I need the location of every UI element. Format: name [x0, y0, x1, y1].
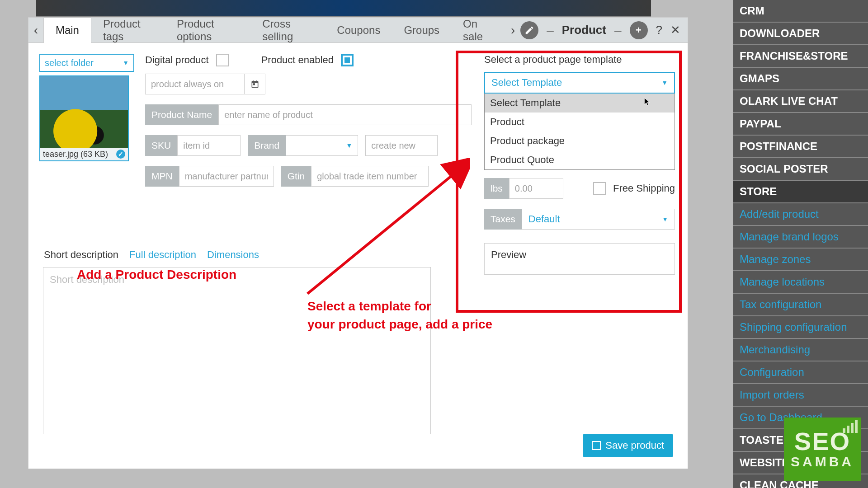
sidebar-link-manage-locations[interactable]: Manage locations: [733, 271, 868, 294]
sidebar-item-gmaps[interactable]: GMAPS: [733, 68, 868, 90]
preview-label: Preview: [491, 249, 526, 260]
row-mpn-gtin: MPN Gtin: [145, 166, 472, 187]
dash-separator-2: –: [614, 23, 622, 38]
row-weight-ship: lbs Free Shipping: [484, 178, 675, 199]
logo-text-samba: SAMBA: [791, 454, 854, 469]
tab-coupons[interactable]: Coupons: [325, 18, 392, 43]
row-taxes: Taxes Default ▼: [484, 209, 675, 230]
check-icon: ✓: [116, 150, 125, 159]
desc-tab-short[interactable]: Short description: [43, 247, 119, 263]
brand-label: Brand: [248, 135, 286, 156]
sku-label: SKU: [145, 135, 177, 156]
desc-tab-dimensions[interactable]: Dimensions: [206, 247, 260, 263]
gtin-input[interactable]: [311, 166, 429, 187]
tab-bar: ‹ Main Product tags Product options Cros…: [28, 18, 688, 43]
tab-on-sale[interactable]: On sale: [451, 18, 505, 43]
close-icon[interactable]: ✕: [670, 23, 680, 37]
brand-select[interactable]: ▼: [286, 135, 358, 156]
logo-text-seo: SEO: [794, 429, 850, 454]
taxes-select-value: Default: [528, 213, 560, 225]
template-option[interactable]: Select Template: [485, 94, 675, 113]
template-option[interactable]: Product: [485, 113, 675, 131]
chevron-down-icon: ▼: [123, 59, 129, 66]
always-on-input[interactable]: [145, 74, 245, 94]
digital-product-label: Digital product: [145, 54, 209, 66]
dash-separator: –: [547, 23, 554, 38]
chevron-down-icon: ▼: [346, 142, 352, 149]
sidebar-link-configuration[interactable]: Configuration: [733, 361, 868, 384]
description-tabs: Short description Full description Dimen…: [39, 247, 434, 263]
description-placeholder: Short description: [50, 274, 124, 285]
sidebar-item-postfinance[interactable]: POSTFINANCE: [733, 136, 868, 158]
tab-groups[interactable]: Groups: [392, 18, 451, 43]
row-flags: Digital product Product enabled: [145, 54, 472, 94]
sku-input[interactable]: [177, 135, 241, 156]
product-enabled-checkbox[interactable]: [341, 54, 354, 66]
template-select-value: Select Template: [491, 77, 562, 89]
thumbnail-footer: teaser.jpg (63 KB) ✓: [40, 148, 128, 160]
logo-chart-icon: [843, 420, 858, 433]
sidebar-item-downloader[interactable]: DOWNLOADER: [733, 23, 868, 45]
digital-product-checkbox[interactable]: [216, 54, 229, 66]
save-button-label: Save product: [605, 440, 664, 451]
template-section-label: Select a product page template: [484, 54, 675, 66]
free-shipping-checkbox[interactable]: [593, 182, 606, 195]
tab-product-tags[interactable]: Product tags: [91, 18, 165, 43]
tabs-next-button[interactable]: ›: [505, 18, 520, 43]
taxes-select[interactable]: Default ▼: [522, 209, 675, 230]
template-dropdown-list: Select Template Product Product package …: [484, 94, 675, 170]
sidebar-item-olark[interactable]: OLARK LIVE CHAT: [733, 90, 868, 113]
tab-cross-selling[interactable]: Cross selling: [250, 18, 325, 43]
right-column: Select a product page template Select Te…: [482, 54, 677, 275]
folder-select-label: select folder: [45, 58, 94, 68]
save-icon: [592, 441, 601, 450]
product-editor-panel: ‹ Main Product tags Product options Cros…: [28, 17, 688, 469]
chevron-down-icon: ▼: [662, 216, 668, 223]
seosamba-logo: SEO SAMBA: [784, 418, 861, 481]
mpn-input[interactable]: [179, 166, 274, 187]
description-textarea[interactable]: Short description: [43, 267, 431, 434]
row-product-name: Product Name: [145, 104, 472, 125]
toolbar-right: – Product – + ? ✕: [520, 21, 688, 39]
help-icon[interactable]: ?: [656, 23, 662, 37]
tabs-prev-button[interactable]: ‹: [28, 18, 43, 43]
add-button[interactable]: +: [630, 21, 648, 39]
chevron-down-icon: ▼: [661, 79, 668, 86]
sidebar-item-franchise-store[interactable]: FRANCHISE&STORE: [733, 45, 868, 68]
create-brand-input[interactable]: [365, 135, 438, 156]
preview-box: Preview: [484, 243, 675, 275]
lbs-input[interactable]: [509, 178, 563, 199]
edit-icon[interactable]: [520, 21, 538, 39]
sidebar-header-store[interactable]: STORE: [733, 181, 868, 203]
lbs-label: lbs: [484, 178, 509, 199]
calendar-icon[interactable]: [245, 74, 265, 94]
admin-sidebar: CRM DOWNLOADER FRANCHISE&STORE GMAPS OLA…: [733, 0, 868, 488]
product-enabled-label: Product enabled: [261, 54, 334, 66]
sidebar-link-tax-configuration[interactable]: Tax configuration: [733, 294, 868, 316]
tab-main[interactable]: Main: [43, 18, 91, 43]
sidebar-link-import-orders[interactable]: Import orders: [733, 384, 868, 407]
template-option[interactable]: Product Quote: [485, 150, 675, 169]
sidebar-item-social-poster[interactable]: SOCIAL POSTER: [733, 158, 868, 181]
sidebar-item-paypal[interactable]: PAYPAL: [733, 113, 868, 136]
template-select[interactable]: Select Template ▼: [484, 72, 675, 94]
sidebar-link-manage-brand-logos[interactable]: Manage brand logos: [733, 226, 868, 249]
sidebar-link-shipping-configuration[interactable]: Shipping configuration: [733, 316, 868, 339]
thumbnail-filename: teaser.jpg (63 KB): [43, 150, 108, 159]
tab-product-options[interactable]: Product options: [165, 18, 250, 43]
always-on-group: [145, 74, 265, 94]
product-name-input[interactable]: [218, 104, 472, 125]
sidebar-link-merchandising[interactable]: Merchandising: [733, 339, 868, 361]
template-option[interactable]: Product package: [485, 131, 675, 150]
sidebar-link-manage-zones[interactable]: Manage zones: [733, 249, 868, 271]
gtin-label: Gtin: [281, 166, 311, 187]
sidebar-link-add-edit-product[interactable]: Add/edit product: [733, 203, 868, 226]
background-banner: [36, 0, 651, 17]
row-sku-brand: SKU Brand ▼: [145, 135, 472, 156]
mpn-label: MPN: [145, 166, 179, 187]
save-product-button[interactable]: Save product: [583, 434, 673, 457]
product-thumbnail[interactable]: teaser.jpg (63 KB) ✓: [39, 75, 129, 161]
desc-tab-full[interactable]: Full description: [128, 247, 197, 263]
sidebar-item-crm[interactable]: CRM: [733, 0, 868, 23]
folder-select[interactable]: select folder ▼: [39, 54, 134, 72]
